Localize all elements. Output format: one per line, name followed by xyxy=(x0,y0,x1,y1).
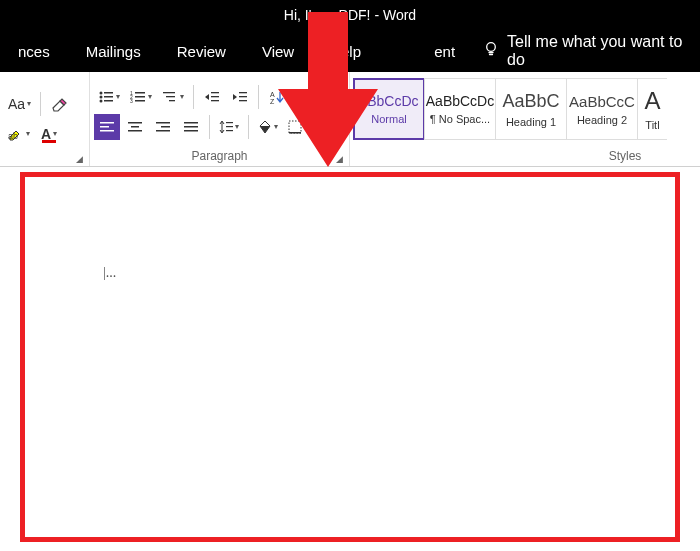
svg-rect-38 xyxy=(226,126,233,127)
svg-rect-30 xyxy=(128,130,142,132)
tab-review[interactable]: Review xyxy=(159,32,244,70)
bullets-button[interactable] xyxy=(94,84,124,110)
font-color-button[interactable]: A xyxy=(36,121,62,147)
svg-rect-5 xyxy=(104,96,113,98)
font-group-label: ◢ xyxy=(4,161,85,166)
highlight-button[interactable]: ab xyxy=(4,121,34,147)
svg-rect-28 xyxy=(128,122,142,124)
multilevel-list-button[interactable] xyxy=(158,84,188,110)
change-case-button[interactable]: Aa xyxy=(4,91,35,117)
svg-rect-11 xyxy=(135,96,145,98)
svg-text:ab: ab xyxy=(8,131,18,141)
svg-rect-3 xyxy=(104,92,113,94)
svg-rect-27 xyxy=(100,130,114,132)
svg-rect-22 xyxy=(239,100,247,101)
font-group: Aa ab A ◢ xyxy=(0,72,90,166)
svg-rect-31 xyxy=(156,122,170,124)
svg-point-0 xyxy=(487,43,496,52)
borders-button[interactable] xyxy=(284,114,312,140)
svg-rect-15 xyxy=(166,96,175,97)
svg-rect-20 xyxy=(239,92,247,93)
align-left-button[interactable] xyxy=(94,114,120,140)
clear-formatting-button[interactable] xyxy=(46,91,72,117)
svg-rect-33 xyxy=(156,130,170,132)
svg-rect-17 xyxy=(211,92,219,93)
svg-rect-13 xyxy=(135,100,145,102)
tab-hidden[interactable]: ent xyxy=(416,32,473,70)
svg-rect-14 xyxy=(163,92,175,93)
svg-rect-37 xyxy=(226,122,233,123)
svg-point-2 xyxy=(100,91,103,94)
increase-indent-button[interactable] xyxy=(227,84,253,110)
tab-references[interactable]: nces xyxy=(0,32,68,70)
document-canvas[interactable]: |... xyxy=(20,172,680,542)
tell-me[interactable]: Tell me what you want to do xyxy=(473,33,700,69)
line-spacing-button[interactable] xyxy=(215,114,243,140)
svg-rect-29 xyxy=(131,126,139,128)
ribbon: Aa ab A ◢ 123 xyxy=(0,72,700,167)
svg-rect-7 xyxy=(104,100,113,102)
align-right-button[interactable] xyxy=(150,114,176,140)
svg-text:A: A xyxy=(270,91,275,98)
svg-text:3: 3 xyxy=(130,98,133,104)
svg-rect-21 xyxy=(239,96,247,97)
align-center-button[interactable] xyxy=(122,114,148,140)
svg-rect-40 xyxy=(289,121,301,133)
svg-rect-16 xyxy=(169,100,175,101)
svg-rect-41 xyxy=(289,132,301,134)
svg-text:Z: Z xyxy=(270,98,275,104)
tell-me-text: Tell me what you want to do xyxy=(507,33,700,69)
paragraph-group-label: Paragraph ◢ xyxy=(94,147,345,166)
svg-rect-34 xyxy=(184,122,198,124)
style-normal[interactable]: aBbCcDc Normal xyxy=(353,78,425,140)
tab-view[interactable]: View xyxy=(244,32,312,70)
style-heading2[interactable]: AaBbCcC Heading 2 xyxy=(566,78,638,140)
tab-mailings[interactable]: Mailings xyxy=(68,32,159,70)
svg-point-6 xyxy=(100,99,103,102)
justify-button[interactable] xyxy=(178,114,204,140)
svg-rect-9 xyxy=(135,92,145,94)
svg-rect-39 xyxy=(226,130,233,131)
font-dialog-launcher[interactable]: ◢ xyxy=(76,154,83,164)
decrease-indent-button[interactable] xyxy=(199,84,225,110)
svg-rect-35 xyxy=(184,126,198,128)
numbering-button[interactable]: 123 xyxy=(126,84,156,110)
svg-rect-36 xyxy=(184,130,198,132)
svg-point-4 xyxy=(100,95,103,98)
svg-rect-26 xyxy=(100,126,109,128)
paragraph-dialog-launcher[interactable]: ◢ xyxy=(336,154,343,164)
lightbulb-icon xyxy=(483,41,499,61)
svg-rect-18 xyxy=(211,96,219,97)
styles-group-label: Styles xyxy=(354,147,696,166)
title-bar: Hi, I'm a PDF! - Word xyxy=(0,0,700,30)
style-heading1[interactable]: AaBbC Heading 1 xyxy=(495,78,567,140)
paragraph-group: 123 AZ ¶ Paragraph xyxy=(90,72,350,166)
text-cursor: |... xyxy=(103,265,116,281)
style-title[interactable]: A Titl xyxy=(637,78,667,140)
svg-rect-25 xyxy=(100,122,114,124)
style-no-spacing[interactable]: AaBbCcDc ¶ No Spac... xyxy=(424,78,496,140)
menu-bar: nces Mailings Review View Help ent Tell … xyxy=(0,30,700,72)
svg-rect-32 xyxy=(161,126,170,128)
sort-button[interactable]: AZ xyxy=(264,84,290,110)
tab-help[interactable]: Help xyxy=(312,32,379,70)
styles-gallery: aBbCcDc Normal AaBbCcDc ¶ No Spac... AaB… xyxy=(354,78,696,140)
styles-group: aBbCcDc Normal AaBbCcDc ¶ No Spac... AaB… xyxy=(350,72,700,166)
svg-rect-19 xyxy=(211,100,219,101)
window-title: Hi, I'm a PDF! - Word xyxy=(284,7,416,23)
shading-button[interactable] xyxy=(254,114,282,140)
show-marks-button[interactable]: ¶ xyxy=(292,84,318,110)
